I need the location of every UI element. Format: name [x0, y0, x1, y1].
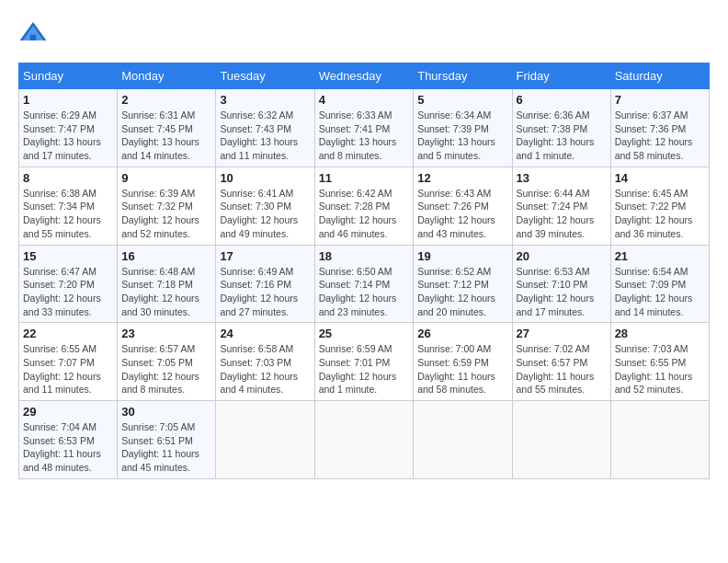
day-number: 17 — [220, 249, 310, 263]
calendar-day-cell: 18Sunrise: 6:50 AMSunset: 7:14 PMDayligh… — [314, 245, 414, 323]
logo-icon — [18, 18, 48, 48]
calendar-day-cell: 28Sunrise: 7:03 AMSunset: 6:55 PMDayligh… — [610, 323, 709, 401]
day-info: Sunrise: 6:48 AMSunset: 7:18 PMDaylight:… — [121, 265, 211, 319]
day-info: Sunrise: 6:29 AMSunset: 7:47 PMDaylight:… — [23, 109, 113, 163]
calendar-day-cell: 2Sunrise: 6:31 AMSunset: 7:45 PMDaylight… — [118, 89, 216, 167]
logo — [18, 18, 51, 48]
calendar-day-cell: 29Sunrise: 7:04 AMSunset: 6:53 PMDayligh… — [19, 401, 118, 479]
weekday-header-sunday: Sunday — [19, 63, 118, 89]
calendar-day-cell — [512, 401, 610, 479]
day-number: 11 — [319, 171, 410, 185]
day-number: 18 — [319, 249, 410, 263]
day-info: Sunrise: 6:53 AMSunset: 7:10 PMDaylight:… — [517, 265, 607, 319]
day-number: 2 — [121, 93, 211, 107]
weekday-header-row: SundayMondayTuesdayWednesdayThursdayFrid… — [19, 63, 710, 89]
day-info: Sunrise: 6:39 AMSunset: 7:32 PMDaylight:… — [121, 187, 211, 241]
calendar-day-cell: 3Sunrise: 6:32 AMSunset: 7:43 PMDaylight… — [216, 89, 314, 167]
page-header — [18, 18, 710, 48]
day-info: Sunrise: 6:44 AMSunset: 7:24 PMDaylight:… — [517, 187, 607, 241]
day-info: Sunrise: 6:58 AMSunset: 7:03 PMDaylight:… — [220, 342, 310, 396]
day-number: 12 — [417, 171, 507, 185]
day-number: 8 — [23, 171, 113, 185]
day-info: Sunrise: 6:59 AMSunset: 7:01 PMDaylight:… — [319, 342, 410, 396]
calendar-day-cell: 16Sunrise: 6:48 AMSunset: 7:18 PMDayligh… — [118, 245, 216, 323]
weekday-header-tuesday: Tuesday — [216, 63, 314, 89]
day-info: Sunrise: 6:32 AMSunset: 7:43 PMDaylight:… — [220, 109, 310, 163]
day-info: Sunrise: 6:36 AMSunset: 7:38 PMDaylight:… — [517, 109, 607, 163]
calendar-day-cell: 17Sunrise: 6:49 AMSunset: 7:16 PMDayligh… — [216, 245, 314, 323]
calendar-week-row: 1Sunrise: 6:29 AMSunset: 7:47 PMDaylight… — [19, 89, 710, 167]
weekday-header-thursday: Thursday — [414, 63, 512, 89]
day-info: Sunrise: 6:31 AMSunset: 7:45 PMDaylight:… — [121, 109, 211, 163]
day-info: Sunrise: 6:47 AMSunset: 7:20 PMDaylight:… — [23, 265, 113, 319]
calendar-day-cell: 13Sunrise: 6:44 AMSunset: 7:24 PMDayligh… — [512, 167, 610, 245]
calendar-day-cell — [216, 401, 314, 479]
day-info: Sunrise: 6:54 AMSunset: 7:09 PMDaylight:… — [615, 265, 705, 319]
calendar-day-cell: 25Sunrise: 6:59 AMSunset: 7:01 PMDayligh… — [314, 323, 414, 401]
calendar-week-row: 29Sunrise: 7:04 AMSunset: 6:53 PMDayligh… — [19, 401, 710, 479]
day-info: Sunrise: 6:41 AMSunset: 7:30 PMDaylight:… — [220, 187, 310, 241]
calendar-day-cell — [414, 401, 512, 479]
weekday-header-wednesday: Wednesday — [314, 63, 414, 89]
day-number: 13 — [517, 171, 607, 185]
calendar-day-cell — [314, 401, 414, 479]
calendar-day-cell: 24Sunrise: 6:58 AMSunset: 7:03 PMDayligh… — [216, 323, 314, 401]
day-number: 5 — [417, 93, 507, 107]
calendar-week-row: 22Sunrise: 6:55 AMSunset: 7:07 PMDayligh… — [19, 323, 710, 401]
day-info: Sunrise: 6:38 AMSunset: 7:34 PMDaylight:… — [23, 187, 113, 241]
day-number: 14 — [615, 171, 705, 185]
calendar-day-cell: 7Sunrise: 6:37 AMSunset: 7:36 PMDaylight… — [610, 89, 709, 167]
day-number: 30 — [121, 405, 211, 419]
day-number: 4 — [319, 93, 410, 107]
calendar-day-cell: 9Sunrise: 6:39 AMSunset: 7:32 PMDaylight… — [118, 167, 216, 245]
calendar-day-cell: 21Sunrise: 6:54 AMSunset: 7:09 PMDayligh… — [610, 245, 709, 323]
day-number: 27 — [517, 327, 607, 340]
day-number: 16 — [121, 249, 211, 263]
calendar-day-cell: 26Sunrise: 7:00 AMSunset: 6:59 PMDayligh… — [414, 323, 512, 401]
day-info: Sunrise: 7:03 AMSunset: 6:55 PMDaylight:… — [615, 342, 705, 396]
weekday-header-friday: Friday — [512, 63, 610, 89]
calendar-day-cell: 10Sunrise: 6:41 AMSunset: 7:30 PMDayligh… — [216, 167, 314, 245]
day-number: 10 — [220, 171, 310, 185]
calendar-day-cell — [610, 401, 709, 479]
day-number: 22 — [23, 327, 113, 340]
day-info: Sunrise: 6:43 AMSunset: 7:26 PMDaylight:… — [417, 187, 507, 241]
calendar-day-cell: 4Sunrise: 6:33 AMSunset: 7:41 PMDaylight… — [314, 89, 414, 167]
calendar-day-cell: 6Sunrise: 6:36 AMSunset: 7:38 PMDaylight… — [512, 89, 610, 167]
weekday-header-monday: Monday — [118, 63, 216, 89]
calendar-day-cell: 5Sunrise: 6:34 AMSunset: 7:39 PMDaylight… — [414, 89, 512, 167]
day-info: Sunrise: 6:49 AMSunset: 7:16 PMDaylight:… — [220, 265, 310, 319]
calendar-day-cell: 27Sunrise: 7:02 AMSunset: 6:57 PMDayligh… — [512, 323, 610, 401]
day-number: 26 — [417, 327, 507, 340]
day-number: 29 — [23, 405, 113, 419]
day-number: 21 — [615, 249, 705, 263]
calendar-day-cell: 1Sunrise: 6:29 AMSunset: 7:47 PMDaylight… — [19, 89, 118, 167]
calendar-day-cell: 8Sunrise: 6:38 AMSunset: 7:34 PMDaylight… — [19, 167, 118, 245]
day-info: Sunrise: 6:33 AMSunset: 7:41 PMDaylight:… — [319, 109, 410, 163]
calendar-day-cell: 23Sunrise: 6:57 AMSunset: 7:05 PMDayligh… — [118, 323, 216, 401]
day-number: 20 — [517, 249, 607, 263]
day-info: Sunrise: 6:50 AMSunset: 7:14 PMDaylight:… — [319, 265, 410, 319]
day-number: 3 — [220, 93, 310, 107]
day-info: Sunrise: 6:42 AMSunset: 7:28 PMDaylight:… — [319, 187, 410, 241]
calendar-day-cell: 20Sunrise: 6:53 AMSunset: 7:10 PMDayligh… — [512, 245, 610, 323]
day-info: Sunrise: 7:05 AMSunset: 6:51 PMDaylight:… — [121, 420, 211, 475]
day-info: Sunrise: 6:34 AMSunset: 7:39 PMDaylight:… — [417, 109, 507, 163]
calendar-week-row: 15Sunrise: 6:47 AMSunset: 7:20 PMDayligh… — [19, 245, 710, 323]
day-number: 9 — [121, 171, 211, 185]
calendar-week-row: 8Sunrise: 6:38 AMSunset: 7:34 PMDaylight… — [19, 167, 710, 245]
day-number: 28 — [615, 327, 705, 340]
day-number: 24 — [220, 327, 310, 340]
day-number: 7 — [615, 93, 705, 107]
calendar-day-cell: 30Sunrise: 7:05 AMSunset: 6:51 PMDayligh… — [118, 401, 216, 479]
day-info: Sunrise: 6:57 AMSunset: 7:05 PMDaylight:… — [121, 342, 211, 396]
svg-rect-2 — [30, 35, 36, 40]
day-number: 6 — [517, 93, 607, 107]
calendar-day-cell: 22Sunrise: 6:55 AMSunset: 7:07 PMDayligh… — [19, 323, 118, 401]
day-number: 15 — [23, 249, 113, 263]
calendar-day-cell: 15Sunrise: 6:47 AMSunset: 7:20 PMDayligh… — [19, 245, 118, 323]
calendar-day-cell: 12Sunrise: 6:43 AMSunset: 7:26 PMDayligh… — [414, 167, 512, 245]
day-info: Sunrise: 6:37 AMSunset: 7:36 PMDaylight:… — [615, 109, 705, 163]
calendar-day-cell: 11Sunrise: 6:42 AMSunset: 7:28 PMDayligh… — [314, 167, 414, 245]
day-info: Sunrise: 6:52 AMSunset: 7:12 PMDaylight:… — [417, 265, 507, 319]
